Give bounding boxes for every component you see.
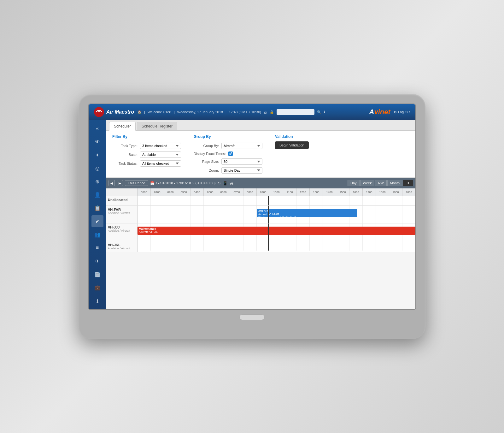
rw-view-button[interactable]: RW xyxy=(375,180,386,186)
prev-period-button[interactable]: ◀ xyxy=(108,180,115,186)
search-icon[interactable]: 🔍 xyxy=(317,110,321,114)
hour-cell-1100: 1100 xyxy=(283,188,296,196)
tab-schedule-register[interactable]: Schedule Register xyxy=(137,122,177,130)
hour-cell-0300: 0300 xyxy=(177,188,190,196)
timeline-row: VH-JKLAdelaide / Aircraft xyxy=(106,241,415,252)
hour-cell-1900: 1900 xyxy=(389,188,402,196)
filter-row: Filter By Task Type: 3 items checked Bas… xyxy=(112,134,409,174)
zoom-select[interactable]: Single Day xyxy=(221,167,262,174)
avinet-logo: Avinet xyxy=(369,108,390,116)
sidebar-users-icon[interactable]: ✦ xyxy=(91,149,103,161)
event-bar-blue[interactable]: AVI D:01Aircraft: VH-FARPilot in Command… xyxy=(257,209,357,217)
sidebar-airplane-icon[interactable]: ✈ xyxy=(91,255,103,267)
filter-task-status: Task Status: All items checked xyxy=(112,160,181,167)
timeline-row: Unallocated xyxy=(106,196,415,206)
sidebar-radial-icon[interactable]: ◎ xyxy=(91,162,103,174)
scheduler-toolbar: ◀ ▶ This Period 📅 17/01/2018 - 17/01/201… xyxy=(106,178,415,188)
app-header: Air Maestro 🏠 | Welcome User! | Wednesda… xyxy=(89,104,415,120)
sidebar-document-icon[interactable]: 📋 xyxy=(91,202,103,214)
hour-cell-0500: 0500 xyxy=(204,188,217,196)
sidebar-collapse-icon[interactable]: « xyxy=(91,122,103,134)
day-view-button[interactable]: Day xyxy=(348,180,360,186)
page-size-item: Page Size: 30 xyxy=(194,158,262,165)
header-right: Avinet ⚙ Log Out xyxy=(369,108,410,116)
sidebar-eye-icon[interactable]: 👁 xyxy=(91,136,103,148)
hour-cell-0800: 0800 xyxy=(243,188,257,196)
hour-cell-1300: 1300 xyxy=(310,188,323,196)
display-exact-times-checkbox[interactable] xyxy=(228,151,233,156)
row-content-3 xyxy=(138,241,415,251)
hour-cell-0400: 0400 xyxy=(190,188,204,196)
sidebar-info-icon[interactable]: ℹ xyxy=(91,295,103,307)
tab-scheduler[interactable]: Scheduler xyxy=(109,122,136,131)
sidebar-check-icon[interactable]: ✔ xyxy=(91,215,103,227)
header-nav: 🏠 | Welcome User! | Wednesday, 17 Januar… xyxy=(137,109,325,115)
timeline-header: 0000010002000300040005000600070008000900… xyxy=(106,188,415,196)
page-size-label: Page Size: xyxy=(194,160,219,163)
task-status-select[interactable]: All items checked xyxy=(140,160,181,167)
base-select[interactable]: Adelaide xyxy=(140,151,181,158)
group-by-title: Group By xyxy=(194,134,262,139)
print-icon[interactable]: 🖨 xyxy=(264,110,267,114)
header-datetime: Wednesday, 17 January 2018 xyxy=(177,110,223,114)
hour-cell-0700: 0700 xyxy=(230,188,243,196)
main-container: « 👁 ✦ ◎ ⊕ 👤 📋 ✔ 👥 ≡ ✈ 📄 💼 ℹ Scheduler xyxy=(89,120,415,309)
group-by-select[interactable]: Aircraft xyxy=(221,143,262,149)
sidebar-person-icon[interactable]: 👤 xyxy=(91,189,103,201)
next-period-button[interactable]: ▶ xyxy=(117,180,123,186)
print2-icon[interactable]: 🖨 xyxy=(230,181,234,186)
display-exact-times-label: Display Exact Times: xyxy=(194,152,226,156)
filter-section: Filter By Task Type: 3 items checked Bas… xyxy=(106,131,415,178)
validation-section: Validation Begin Validation xyxy=(275,134,309,149)
hour-cell-0000: 0000 xyxy=(138,188,151,196)
content-area: Scheduler Schedule Register Filter By Ta… xyxy=(106,120,415,309)
current-time-line xyxy=(268,223,269,241)
toolbar-date: 📅 17/01/2018 - 17/01/2018 xyxy=(150,181,194,185)
tl-view-button[interactable]: TL xyxy=(403,180,413,186)
row-label-0: Unallocated xyxy=(106,196,138,205)
event-bar-red[interactable]: MaintenanceAircraft: VH-JJJ xyxy=(138,227,415,235)
tablet-screen: Air Maestro 🏠 | Welcome User! | Wednesda… xyxy=(88,104,416,310)
header-time: 17:48 (GMT + 10:30) xyxy=(229,110,261,114)
hour-cell-2000: 2000 xyxy=(402,188,415,196)
timeline-hours: 0000010002000300040005000600070008000900… xyxy=(138,188,415,196)
filter-base: Base: Adelaide xyxy=(112,151,181,158)
display-exact-times-item: Display Exact Times: xyxy=(194,151,262,156)
sidebar: « 👁 ✦ ◎ ⊕ 👤 📋 ✔ 👥 ≡ ✈ 📄 💼 ℹ xyxy=(89,120,106,309)
current-time-line xyxy=(268,196,269,205)
task-type-select[interactable]: 3 items checked xyxy=(140,143,181,149)
timeline-label-header xyxy=(106,188,138,196)
tablet-home-button[interactable] xyxy=(239,314,265,320)
home-icon[interactable]: 🏠 xyxy=(137,110,142,114)
logout-button[interactable]: ⚙ Log Out xyxy=(394,110,410,114)
hour-cell-0900: 0900 xyxy=(257,188,270,196)
sidebar-people-icon[interactable]: 👥 xyxy=(91,228,103,240)
validation-title: Validation xyxy=(275,134,293,139)
begin-validation-button[interactable]: Begin Validation xyxy=(275,141,309,149)
refresh-icon[interactable]: ↻ xyxy=(217,181,221,186)
lock-icon[interactable]: 🔒 xyxy=(270,110,274,114)
week-view-button[interactable]: Week xyxy=(360,180,375,186)
group-by-group: Group By Group By: Aircraft Display Exac… xyxy=(194,134,262,174)
row-content-1: AVI D:01Aircraft: VH-FARPilot in Command… xyxy=(138,206,415,223)
mobile-icon[interactable]: 📱 xyxy=(223,181,228,186)
hour-cell-1400: 1400 xyxy=(323,188,336,196)
row-label-2: VH-JJJAdelaide / Aircraft xyxy=(106,223,138,241)
header-search-input[interactable] xyxy=(277,109,314,115)
hour-cell-1700: 1700 xyxy=(363,188,376,196)
page-size-select[interactable]: 30 xyxy=(221,158,262,165)
view-buttons: Day Week RW Month TL xyxy=(348,180,413,186)
sidebar-network-icon[interactable]: ⊕ xyxy=(91,175,103,187)
row-content-0 xyxy=(138,196,415,205)
help-icon[interactable]: ℹ xyxy=(324,110,325,114)
month-view-button[interactable]: Month xyxy=(387,180,403,186)
header-left: Air Maestro 🏠 | Welcome User! | Wednesda… xyxy=(94,107,325,117)
sidebar-doc2-icon[interactable]: 📄 xyxy=(91,268,103,280)
row-label-1: VH-FARAdelaide / Aircraft xyxy=(106,206,138,223)
hour-cell-0200: 0200 xyxy=(164,188,177,196)
sidebar-briefcase-icon[interactable]: 💼 xyxy=(91,282,103,294)
tablet-frame: Air Maestro 🏠 | Welcome User! | Wednesda… xyxy=(79,94,425,339)
sidebar-list-icon[interactable]: ≡ xyxy=(91,242,103,254)
this-period-button[interactable]: This Period xyxy=(125,180,148,186)
hour-cell-1500: 1500 xyxy=(336,188,349,196)
